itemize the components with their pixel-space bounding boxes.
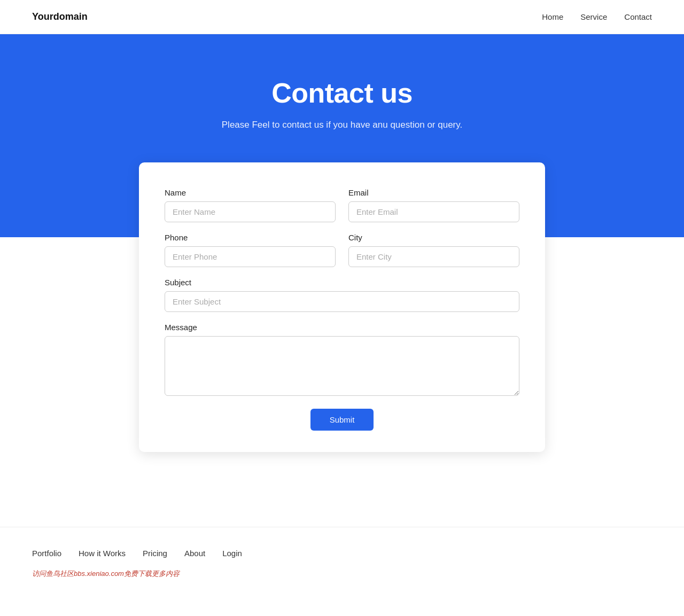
email-input[interactable] xyxy=(348,201,519,222)
city-group: City xyxy=(348,233,519,267)
subject-label: Subject xyxy=(165,278,519,287)
footer: Portfolio How it Works Pricing About Log… xyxy=(0,527,684,595)
phone-group: Phone xyxy=(165,233,336,267)
nav-home[interactable]: Home xyxy=(542,12,563,21)
name-email-row: Name Email xyxy=(165,188,519,222)
navbar: Yourdomain Home Service Contact xyxy=(0,0,684,34)
name-label: Name xyxy=(165,188,336,197)
footer-login[interactable]: Login xyxy=(222,549,242,558)
phone-label: Phone xyxy=(165,233,336,242)
email-group: Email xyxy=(348,188,519,222)
footer-about[interactable]: About xyxy=(184,549,205,558)
footer-pricing[interactable]: Pricing xyxy=(143,549,167,558)
footer-how-it-works[interactable]: How it Works xyxy=(79,549,126,558)
contact-form-card: Name Email Phone City xyxy=(139,162,545,452)
city-label: City xyxy=(348,233,519,242)
name-input[interactable] xyxy=(165,201,336,222)
footer-watermark: 访问鱼鸟社区bbs.xieniao.com免费下载更多内容 xyxy=(32,569,652,579)
message-group: Message xyxy=(165,323,519,396)
nav-service[interactable]: Service xyxy=(580,12,607,21)
submit-row: Submit xyxy=(165,409,519,431)
message-label: Message xyxy=(165,323,519,332)
nav-links: Home Service Contact xyxy=(542,12,652,22)
contact-form: Name Email Phone City xyxy=(165,188,519,431)
footer-links: Portfolio How it Works Pricing About Log… xyxy=(32,549,652,558)
hero-title: Contact us xyxy=(11,77,673,109)
subject-input[interactable] xyxy=(165,291,519,312)
nav-contact[interactable]: Contact xyxy=(624,12,652,21)
email-label: Email xyxy=(348,188,519,197)
phone-city-row: Phone City xyxy=(165,233,519,267)
name-group: Name xyxy=(165,188,336,222)
submit-button[interactable]: Submit xyxy=(310,409,374,431)
spacer xyxy=(0,484,684,527)
form-section: Name Email Phone City xyxy=(0,162,684,484)
city-input[interactable] xyxy=(348,246,519,267)
footer-portfolio[interactable]: Portfolio xyxy=(32,549,61,558)
subject-group: Subject xyxy=(165,278,519,312)
phone-input[interactable] xyxy=(165,246,336,267)
message-textarea[interactable] xyxy=(165,336,519,396)
brand-logo[interactable]: Yourdomain xyxy=(32,11,88,22)
hero-subtitle: Please Feel to contact us if you have an… xyxy=(11,120,673,130)
